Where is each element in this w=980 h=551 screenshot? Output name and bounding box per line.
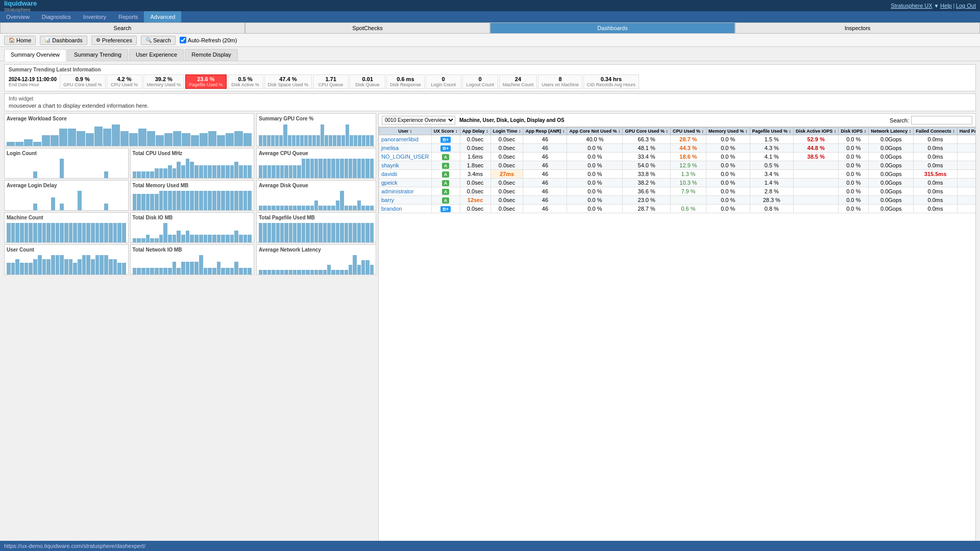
chart-avg-login-delay: Average Login Delay <box>4 180 129 211</box>
col-pagefile[interactable]: Pagefile Used % ↕ <box>750 128 794 135</box>
cell-app-delay: 0.0sec <box>460 205 491 213</box>
data-table-container[interactable]: User ↕ UX Score ↕ App Delay ↕ Login Time… <box>379 127 975 551</box>
col-app-delay[interactable]: App Delay ↕ <box>460 128 491 135</box>
preferences-button[interactable]: ⚙ Preferences <box>91 36 137 45</box>
tab-dashboards[interactable]: Dashboards <box>490 22 735 34</box>
cell-app-delay: 1.8sec <box>460 161 491 170</box>
cell-pagefile: 44.8 % <box>794 144 839 153</box>
chart-bar <box>226 133 234 146</box>
autorefresh-checkbox[interactable] <box>180 37 186 43</box>
nav-overview[interactable]: Overview <box>0 11 36 22</box>
chart-bar <box>133 268 137 274</box>
chart-avg-workload: Average Workload Score <box>4 113 254 146</box>
chart-bar <box>349 265 352 274</box>
table-row[interactable]: NO_LOGIN_USER A 1.6ms 0.0sec 46 0.0 % 33… <box>379 153 976 161</box>
chart-bar <box>358 135 361 146</box>
chart-bar <box>186 231 190 242</box>
logout-link[interactable]: Log Out <box>956 3 976 9</box>
table-row[interactable]: jmelisa B+ 0.0sec 0.0sec 46 0.0 % 48.1 %… <box>379 144 976 153</box>
chart-bar <box>239 191 243 210</box>
tab-inspectors[interactable]: Inspectors <box>735 22 980 34</box>
experience-dropdown[interactable]: 0010 Experience Overview <box>382 116 455 124</box>
help-link[interactable]: Help <box>940 3 952 9</box>
subtab-remote-display[interactable]: Remote Display <box>185 49 238 61</box>
col-gpu[interactable]: GPU Core Used % ↕ <box>623 128 671 135</box>
col-ux[interactable]: UX Score ↕ <box>431 128 460 135</box>
table-row[interactable]: barry A 12sec 0.0sec 46 0.0 % 23.0 % 0.0… <box>379 196 976 205</box>
tab-spotchecks[interactable]: SpotChecks <box>245 22 490 34</box>
tab-search[interactable]: Search <box>0 22 245 34</box>
chart-bar <box>103 129 111 146</box>
cell-ux: A <box>431 187 460 196</box>
cell-core-not: 38.2 % <box>623 179 671 187</box>
col-net-lat[interactable]: Network Latency ↕ <box>869 128 914 135</box>
chart-bar <box>221 268 225 274</box>
subtab-summary-overview[interactable]: Summary Overview <box>4 49 66 61</box>
chart-bar <box>46 223 51 242</box>
chart-bar <box>42 259 46 274</box>
chart-bar <box>146 194 150 210</box>
col-disk-iops[interactable]: Disk IOPS ↕ <box>839 128 869 135</box>
nav-inventory[interactable]: Inventory <box>77 11 112 22</box>
col-mem[interactable]: Memory Used % ↕ <box>706 128 750 135</box>
chart-total-pagefile: Total Pagefile Used MB <box>256 212 376 243</box>
cell-mem: 4.1 % <box>750 153 794 161</box>
col-app-resp[interactable]: App Resp (ANR) ↕ <box>523 128 567 135</box>
table-row[interactable]: administrator A 0.0sec 0.0sec 46 0.0 % 3… <box>379 187 976 196</box>
nav-advanced[interactable]: Advanced <box>144 11 181 22</box>
table-header-controls: 0010 Experience Overview Machine, User, … <box>379 114 975 127</box>
table-search-input[interactable] <box>911 116 972 124</box>
cell-disk-active: 0.0 % <box>839 144 869 153</box>
chart-bar <box>56 223 60 242</box>
chart-bar <box>327 159 331 178</box>
trending-row: 2024-12-19 11:00:00 End Date-Hour 0.9 %G… <box>9 74 971 89</box>
chart-bar <box>267 223 271 242</box>
cell-app-resp: 46 <box>523 179 567 187</box>
cell-app-delay: 0.0sec <box>460 187 491 196</box>
col-cpu[interactable]: CPU Used % ↕ <box>670 128 706 135</box>
trend-date-label: End Date-Hour <box>9 82 57 87</box>
table-row[interactable]: brandon B+ 0.0sec 0.0sec 46 0.0 % 28.7 %… <box>379 205 976 213</box>
table-row[interactable]: davidii A 3.4ms 27ms 46 0.0 % 33.8 % 1.3… <box>379 170 976 179</box>
search-button[interactable]: 🔍 Search <box>141 36 176 45</box>
chart-bar <box>51 197 55 210</box>
table-row[interactable]: panoramerlibid B+ 0.0sec 0.0sec 46 40.0 … <box>379 135 976 144</box>
chart-bar <box>318 223 322 242</box>
cell-disk-iops: 0.0Gops <box>869 144 914 153</box>
home-button[interactable]: 🏠 Home <box>4 36 36 45</box>
nav-diagnostics[interactable]: Diagnostics <box>36 11 77 22</box>
chart-bar <box>263 165 266 178</box>
chart-bar <box>239 268 243 274</box>
chart-bar <box>276 270 280 275</box>
subtab-user-experience[interactable]: User Experience <box>129 49 184 61</box>
col-login-time[interactable]: Login Time ↕ <box>491 128 523 135</box>
cell-user: gpeick <box>379 179 432 187</box>
chart-bar <box>141 268 145 274</box>
col-disk-active[interactable]: Disk Active IOPS ↕ <box>794 128 839 135</box>
cell-mem: 0.8 % <box>750 205 794 213</box>
col-core-not[interactable]: App Core Not Used % ↕ <box>567 128 623 135</box>
chart-bar <box>181 191 185 210</box>
chart-bar <box>308 135 312 146</box>
chart-bar <box>217 191 221 210</box>
chart-bar <box>370 265 374 274</box>
trend-login-count: 0Login Count <box>426 74 461 89</box>
chart-bar <box>199 235 203 242</box>
stratusphere-ux-link[interactable]: Stratusphere UX <box>891 3 932 9</box>
chart-bar <box>186 159 190 178</box>
cell-mem: 28.3 % <box>750 196 794 205</box>
chart-user-count: User Count <box>4 244 129 275</box>
dashboards-button[interactable]: 📊 Dashboards <box>40 36 87 45</box>
col-failed[interactable]: Failed Connects ↕ <box>914 128 958 135</box>
nav-reports[interactable]: Reports <box>112 11 144 22</box>
cell-failed: 0 <box>957 205 975 213</box>
col-user[interactable]: User ↕ <box>379 128 432 135</box>
col-hard-faults[interactable]: Hard Page Faults ↕ <box>957 128 975 135</box>
cell-gpu: 44.3 % <box>670 144 706 153</box>
subtab-summary-trending[interactable]: Summary Trending <box>67 49 128 61</box>
chart-bar <box>361 260 365 275</box>
table-row[interactable]: shayrik A 1.8sec 0.0sec 46 0.0 % 54.0 % … <box>379 161 976 170</box>
chart-bar <box>29 223 33 242</box>
cell-gpu: 10.3 % <box>670 179 706 187</box>
table-row[interactable]: gpeick A 0.0sec 0.0sec 46 0.0 % 38.2 % 1… <box>379 179 976 187</box>
